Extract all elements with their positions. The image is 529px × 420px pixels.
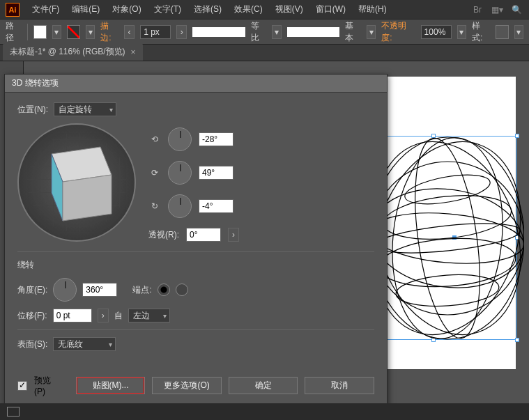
menu-help[interactable]: 帮助(H) — [353, 1, 392, 18]
document-tab-bar: 未标题-1* @ 116% (RGB/预览) × — [0, 45, 529, 61]
perspective-label: 透视(R): — [148, 229, 179, 241]
position-select[interactable]: 自定旋转 — [54, 102, 116, 116]
rotate-y-input[interactable] — [199, 166, 233, 180]
from-select[interactable]: 左边 — [128, 309, 170, 322]
svg-marker-15 — [63, 175, 112, 221]
rotate-z-input[interactable] — [199, 199, 233, 213]
rotate-y-dial[interactable] — [168, 161, 192, 185]
document-tab[interactable]: 未标题-1* @ 116% (RGB/预览) × — [3, 43, 143, 61]
menu-window[interactable]: 窗口(W) — [310, 1, 351, 18]
app-logo: Ai — [6, 3, 20, 17]
angle-dial[interactable] — [53, 278, 77, 302]
menu-bar: Ai 文件(F) 编辑(E) 对象(O) 文字(T) 选择(S) 效果(C) 视… — [0, 0, 529, 20]
ok-button[interactable]: 确定 — [229, 377, 298, 394]
stroke-dec[interactable]: ‹ — [124, 25, 135, 39]
rotation-trackball[interactable] — [17, 123, 136, 242]
rotate-x-input[interactable] — [199, 132, 233, 146]
preview-checkbox[interactable] — [17, 381, 27, 391]
position-label: 位置(N): — [17, 104, 48, 116]
offset-label: 位移(F): — [17, 310, 47, 322]
taskbar — [0, 403, 529, 420]
search-icon[interactable]: 🔍 — [509, 3, 523, 17]
separator — [27, 24, 28, 40]
map-art-button[interactable]: 贴图(M)... — [76, 377, 146, 394]
opacity-label: 不透明度: — [381, 20, 415, 44]
options-bar: 路径 ▾ ▾ 描边: ‹ › 等比 ▾ 基本 ▾ 不透明度: ▾ 样式: ▾ — [0, 20, 529, 45]
stroke-swatch[interactable] — [67, 25, 80, 39]
document-tab-title: 未标题-1* @ 116% (RGB/预览) — [10, 46, 125, 58]
cap-on[interactable] — [158, 283, 170, 296]
more-options-button[interactable]: 更多选项(O) — [152, 377, 222, 394]
opacity-dropdown[interactable]: ▾ — [457, 25, 466, 39]
menu-effect[interactable]: 效果(C) — [229, 1, 268, 18]
surface-select[interactable]: 无底纹 — [53, 337, 116, 351]
opacity-input[interactable] — [421, 25, 452, 39]
brush-dropdown[interactable]: ▾ — [367, 25, 376, 39]
style-dropdown[interactable]: ▾ — [514, 25, 523, 39]
profile-label: 等比 — [251, 20, 267, 44]
cancel-button[interactable]: 取消 — [305, 377, 374, 394]
menu-view[interactable]: 视图(V) — [270, 1, 309, 18]
menu-type[interactable]: 文字(T) — [148, 1, 187, 18]
from-label: 自 — [114, 310, 123, 322]
offset-stepper[interactable]: › — [98, 309, 109, 322]
profile-dropdown[interactable]: ▾ — [272, 25, 281, 39]
brush-label: 基本 — [345, 20, 361, 44]
rotate-x-icon: ⟲ — [148, 133, 161, 146]
rotate-x-dial[interactable] — [168, 127, 192, 151]
fill-dropdown[interactable]: ▾ — [52, 25, 61, 39]
menu-file[interactable]: 文件(F) — [26, 1, 65, 18]
cap-label: 端点: — [132, 284, 151, 296]
svg-point-9 — [381, 190, 513, 245]
profile-preview[interactable] — [192, 27, 245, 37]
menu-object[interactable]: 对象(O) — [107, 1, 146, 18]
menu-edit[interactable]: 编辑(E) — [66, 1, 105, 18]
offset-input[interactable] — [53, 309, 92, 322]
stroke-label: 描边: — [100, 20, 118, 44]
revolve-dialog: 3D 绕转选项 位置(N): 自定旋转 ⟲ — [4, 74, 388, 408]
rotate-z-dial[interactable] — [168, 194, 192, 218]
stroke-dropdown[interactable]: ▾ — [86, 25, 95, 39]
rotate-z-icon: ↻ — [148, 200, 161, 212]
menu-select[interactable]: 选择(S) — [188, 1, 227, 18]
stroke-inc[interactable]: › — [176, 25, 187, 39]
style-label: 样式: — [472, 20, 490, 44]
bridge-icon[interactable]: Br — [470, 3, 484, 17]
surface-label: 表面(S): — [17, 339, 47, 350]
perspective-input[interactable] — [186, 228, 221, 242]
perspective-stepper[interactable]: › — [228, 228, 239, 242]
fill-swatch[interactable] — [33, 25, 47, 39]
preview-label: 预览(P) — [34, 375, 62, 396]
brush-preview[interactable] — [287, 27, 339, 37]
dialog-title: 3D 绕转选项 — [5, 75, 387, 93]
angle-input[interactable] — [82, 283, 117, 297]
mode-label: 路径 — [6, 20, 22, 44]
angle-label: 角度(E): — [17, 284, 47, 296]
screens-icon[interactable] — [7, 407, 20, 417]
cap-off[interactable] — [176, 283, 188, 296]
close-icon[interactable]: × — [131, 47, 136, 57]
style-swatch[interactable] — [496, 25, 509, 39]
revolve-section-title: 绕转 — [17, 259, 374, 271]
arrange-icon[interactable]: ▦▾ — [490, 3, 504, 17]
stroke-width-input[interactable] — [140, 25, 171, 39]
rotate-y-icon: ⟳ — [148, 166, 161, 179]
